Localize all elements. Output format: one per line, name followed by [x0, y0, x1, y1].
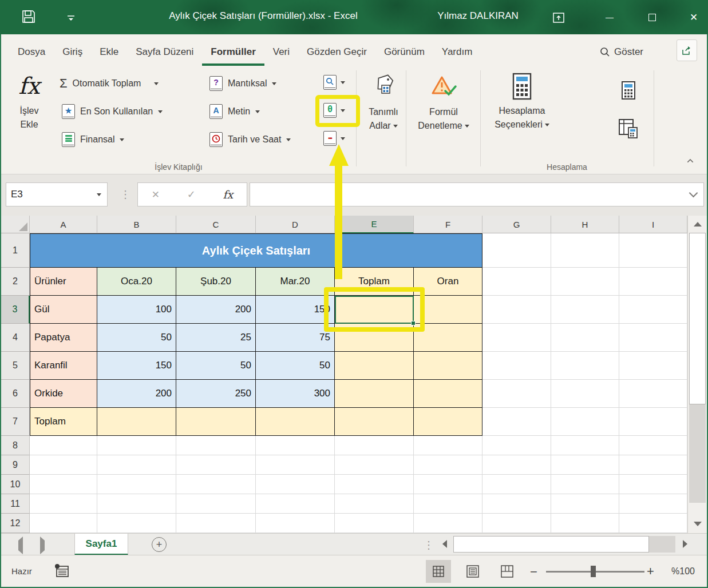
formula-input[interactable] [250, 182, 704, 206]
cell-C11[interactable] [176, 494, 256, 514]
horizontal-scrollbar-track[interactable] [649, 536, 675, 553]
cell-C7[interactable] [176, 408, 256, 436]
cell-I4[interactable] [619, 324, 687, 352]
view-normal-button[interactable] [426, 560, 451, 583]
vertical-scrollbar-track[interactable] [689, 404, 706, 503]
cell-E10[interactable] [335, 475, 414, 494]
row-header-2[interactable]: 2 [1, 268, 30, 296]
cell-G9[interactable] [482, 455, 551, 475]
cell-I1[interactable] [619, 233, 687, 268]
sheet-nav-next-icon[interactable] [40, 541, 45, 551]
insert-function-fx-icon[interactable] [223, 188, 233, 201]
name-box[interactable]: E3 [6, 182, 108, 206]
ribbon-display-options-icon[interactable] [552, 11, 565, 26]
column-header-C[interactable]: C [176, 216, 256, 233]
cell-E8[interactable] [335, 436, 414, 455]
user-name[interactable]: Yılmaz DALKIRAN [424, 10, 532, 22]
cell-B2[interactable]: Oca.20 [97, 268, 176, 296]
cell-G10[interactable] [482, 475, 551, 494]
formula-bar-resize-handle[interactable] [120, 188, 130, 201]
cell-H4[interactable] [551, 324, 619, 352]
cell-E9[interactable] [335, 455, 414, 475]
cell-I8[interactable] [619, 436, 687, 455]
macro-record-icon[interactable] [54, 563, 70, 580]
cell-I2[interactable] [619, 268, 687, 296]
cell-I6[interactable] [619, 380, 687, 408]
column-header-I[interactable]: I [619, 216, 687, 233]
cell-I10[interactable] [619, 475, 687, 494]
cell-C4[interactable]: 25 [176, 324, 256, 352]
cell-D6[interactable]: 300 [256, 380, 335, 408]
cell-H1[interactable] [551, 233, 619, 268]
logical-button[interactable]: Mantıksal [209, 76, 276, 91]
cell-G4[interactable] [482, 324, 551, 352]
cell-F12[interactable] [414, 514, 482, 533]
cell-A3[interactable]: Gül [30, 296, 97, 324]
row-header-11[interactable]: 11 [1, 494, 30, 514]
tab-gözden-geçir[interactable]: Gözden Geçir [298, 46, 375, 66]
cell-B7[interactable] [97, 408, 176, 436]
hscroll-right-button[interactable] [677, 536, 694, 552]
defined-names-button[interactable]: Tanımlı Adlar [359, 73, 408, 131]
cell-D12[interactable] [256, 514, 335, 533]
cell-E11[interactable] [335, 494, 414, 514]
cell-E12[interactable] [335, 514, 414, 533]
cell-H2[interactable] [551, 268, 619, 296]
expand-formula-bar-icon[interactable] [689, 189, 698, 198]
column-header-F[interactable]: F [414, 216, 482, 233]
merged-title-cell[interactable]: Aylık Çiçek Satışları [30, 233, 482, 268]
tab-scrollbar-splitter[interactable] [424, 539, 434, 551]
cell-I5[interactable] [619, 352, 687, 380]
cell-B10[interactable] [97, 475, 176, 494]
select-all-corner[interactable] [1, 216, 30, 233]
cell-C2[interactable]: Şub.20 [176, 268, 256, 296]
column-header-G[interactable]: G [482, 216, 551, 233]
maximize-button[interactable] [639, 0, 665, 34]
row-header-4[interactable]: 4 [1, 324, 30, 352]
cell-D8[interactable] [256, 436, 335, 455]
zoom-slider-thumb[interactable] [591, 566, 596, 577]
name-box-dropdown-icon[interactable] [97, 193, 101, 196]
collapse-ribbon-button[interactable] [687, 156, 694, 166]
cell-E6[interactable] [335, 380, 414, 408]
row-header-9[interactable]: 9 [1, 455, 30, 475]
row-header-5[interactable]: 5 [1, 352, 30, 380]
cell-B6[interactable]: 200 [97, 380, 176, 408]
insert-function-button[interactable]: İşlev Ekle [5, 73, 54, 130]
cell-A8[interactable] [30, 436, 97, 455]
cell-H8[interactable] [551, 436, 619, 455]
cell-D11[interactable] [256, 494, 335, 514]
date-time-button[interactable]: Tarih ve Saat [209, 132, 291, 147]
row-header-7[interactable]: 7 [1, 408, 30, 436]
cell-H11[interactable] [551, 494, 619, 514]
cell-I12[interactable] [619, 514, 687, 533]
view-page-layout-button[interactable] [460, 560, 485, 583]
new-sheet-button[interactable]: + [152, 537, 167, 552]
column-header-D[interactable]: D [256, 216, 335, 233]
cell-B4[interactable]: 50 [97, 324, 176, 352]
cell-H10[interactable] [551, 475, 619, 494]
view-page-break-button[interactable] [495, 560, 520, 583]
row-header-6[interactable]: 6 [1, 380, 30, 408]
cell-G5[interactable] [482, 352, 551, 380]
zoom-out-button[interactable]: − [530, 565, 537, 579]
cell-A7[interactable]: Toplam [30, 408, 97, 436]
cell-B5[interactable]: 150 [97, 352, 176, 380]
cell-G8[interactable] [482, 436, 551, 455]
autosum-dropdown-icon[interactable] [154, 82, 159, 85]
row-header-8[interactable]: 8 [1, 436, 30, 455]
cell-B3[interactable]: 100 [97, 296, 176, 324]
cell-F9[interactable] [414, 455, 482, 475]
cell-I7[interactable] [619, 408, 687, 436]
scroll-down-button[interactable] [689, 516, 706, 532]
horizontal-scrollbar-thumb[interactable] [453, 536, 649, 553]
cell-I11[interactable] [619, 494, 687, 514]
zoom-in-button[interactable]: + [647, 564, 654, 579]
column-header-B[interactable]: B [97, 216, 176, 233]
vertical-scrollbar-thumb[interactable] [689, 233, 706, 404]
tab-giriş[interactable]: Giriş [54, 46, 91, 66]
row-header-3[interactable]: 3 [1, 296, 30, 324]
zoom-level[interactable]: %100 [659, 566, 695, 577]
tab-formüller[interactable]: Formüller [202, 46, 264, 66]
cell-G6[interactable] [482, 380, 551, 408]
